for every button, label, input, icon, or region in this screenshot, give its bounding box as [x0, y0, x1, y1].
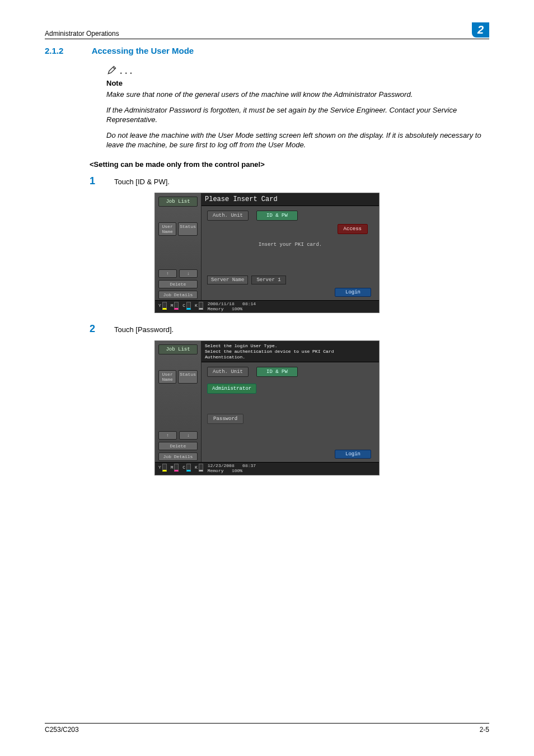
memory-value: 100%	[232, 306, 242, 311]
delete-button[interactable]: Delete	[158, 280, 198, 288]
control-panel-screenshot-1: Job List User Name Status ↑ ↓ Delete Job…	[154, 193, 380, 314]
id-pw-tab[interactable]: ID & PW	[256, 367, 298, 377]
job-list-button[interactable]: Job List	[158, 197, 198, 207]
panel-title: Please Insert Card	[202, 193, 379, 206]
ink-c-label: C	[182, 303, 185, 308]
ink-m-label: M	[171, 465, 174, 470]
user-name-label: User Name	[158, 222, 176, 236]
note-icon-row: . . .	[106, 64, 489, 78]
status-label: Status	[178, 370, 198, 384]
date-value: 2008/11/18	[208, 301, 235, 306]
scroll-up-button[interactable]: ↑	[158, 269, 177, 278]
title-line-1: Select the login User Type.	[205, 343, 278, 348]
scroll-down-button[interactable]: ↓	[179, 431, 198, 440]
auth-unit-tab[interactable]: Auth. Unit	[207, 211, 249, 221]
note-label: Note	[106, 79, 489, 87]
access-button[interactable]: Access	[338, 224, 368, 234]
ink-m-icon	[174, 302, 179, 310]
server-name-label: Server Name	[207, 276, 248, 284]
ink-c-icon	[186, 464, 191, 472]
header-title: Administrator Operations	[45, 30, 119, 38]
date-value: 12/23/2008	[208, 463, 235, 468]
title-line-2: Select the authentication device to use …	[205, 349, 334, 360]
login-button[interactable]: Login	[335, 450, 371, 459]
section-number: 2.1.2	[45, 46, 90, 55]
panel-title: Select the login User Type. Select the a…	[202, 341, 379, 362]
page-footer: C253/C203 2-5	[45, 723, 489, 734]
note-dots: . . .	[120, 66, 132, 76]
scroll-up-button[interactable]: ↑	[158, 431, 177, 440]
step-text: Touch [Password].	[114, 325, 174, 334]
note-p1: Make sure that none of the general users…	[106, 90, 489, 100]
job-details-button[interactable]: Job Details	[158, 452, 198, 461]
toner-levels: Y M C K	[158, 302, 204, 312]
model-label: C253/C203	[45, 726, 79, 734]
note-p3: Do not leave the machine with the User M…	[106, 130, 489, 150]
ink-y-icon	[162, 302, 167, 310]
job-details-button[interactable]: Job Details	[158, 291, 198, 299]
toner-levels: Y M C K	[158, 464, 204, 474]
auth-unit-tab[interactable]: Auth. Unit	[207, 367, 249, 377]
server-name-value[interactable]: Server 1	[251, 276, 285, 284]
time-value: 08:14	[242, 301, 256, 306]
step-text: Touch [ID & PW].	[114, 178, 170, 186]
status-label: Status	[178, 222, 198, 236]
insert-card-message: Insert your PKI card.	[207, 242, 373, 248]
ink-c-icon	[186, 302, 191, 310]
user-name-label: User Name	[158, 370, 176, 384]
running-header: Administrator Operations 2	[45, 22, 489, 39]
ink-k-label: K	[195, 465, 198, 470]
memory-value: 100%	[232, 468, 242, 473]
ink-m-label: M	[171, 303, 174, 308]
administrator-button[interactable]: Administrator	[207, 384, 256, 394]
ink-y-label: Y	[158, 303, 161, 308]
scroll-down-button[interactable]: ↓	[179, 269, 198, 278]
chapter-badge: 2	[472, 22, 489, 38]
ink-c-label: C	[182, 465, 185, 470]
step-2: 2 Touch [Password].	[90, 323, 489, 335]
time-value: 08:37	[242, 463, 256, 468]
pencil-icon	[106, 64, 118, 78]
section-title: Accessing the User Mode	[92, 46, 194, 55]
ink-y-icon	[162, 464, 167, 472]
page-number: 2-5	[480, 726, 489, 734]
ink-k-icon	[199, 464, 203, 472]
ink-k-label: K	[195, 303, 198, 308]
step-1: 1 Touch [ID & PW].	[90, 175, 489, 187]
step-number: 1	[90, 175, 97, 187]
password-button[interactable]: Password	[207, 414, 243, 424]
ink-m-icon	[174, 464, 179, 472]
note-p2: If the Administrator Password is forgott…	[106, 105, 489, 125]
job-list-button[interactable]: Job List	[158, 344, 198, 354]
ink-y-label: Y	[158, 465, 161, 470]
note-block: . . . Note Make sure that none of the ge…	[106, 64, 489, 150]
ink-k-icon	[199, 302, 203, 310]
memory-label: Memory	[208, 468, 224, 473]
control-panel-screenshot-2: Job List User Name Status ↑ ↓ Delete Job…	[154, 340, 380, 475]
delete-button[interactable]: Delete	[158, 442, 198, 450]
section-heading: 2.1.2 Accessing the User Mode	[45, 46, 489, 55]
step-number: 2	[90, 323, 97, 335]
id-pw-tab[interactable]: ID & PW	[256, 211, 298, 221]
login-button[interactable]: Login	[335, 288, 371, 297]
memory-label: Memory	[208, 306, 224, 311]
subset-heading: <Setting can be made only from the contr…	[90, 160, 489, 169]
